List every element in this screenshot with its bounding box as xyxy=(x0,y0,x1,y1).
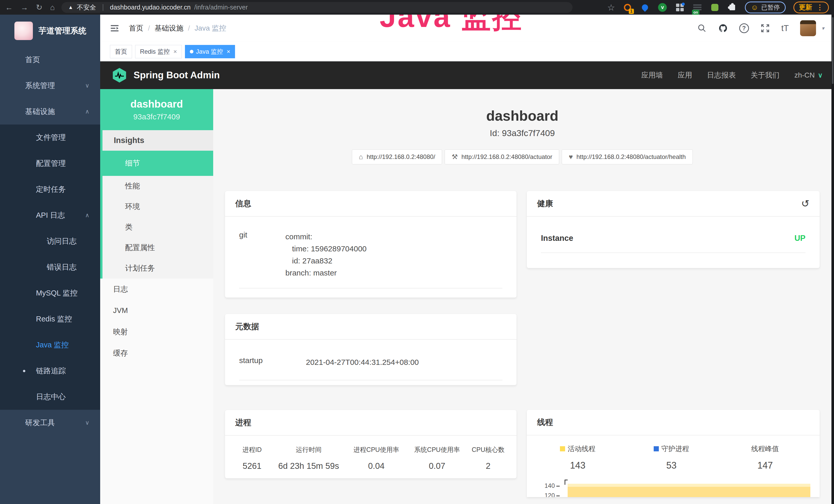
bookmark-star-icon[interactable]: ☆ xyxy=(607,3,615,12)
close-icon[interactable]: × xyxy=(173,48,177,55)
chevron-down-icon[interactable]: ▾ xyxy=(822,25,824,31)
sba-link-applications[interactable]: 应用 xyxy=(678,70,692,80)
sidebar-item-log-center[interactable]: 日志中心 xyxy=(0,384,100,410)
github-icon[interactable] xyxy=(718,23,728,33)
breadcrumb-separator: / xyxy=(188,24,190,32)
heart-icon: ♥ xyxy=(569,153,573,161)
endpoint-links: ⌂ http://192.168.0.2:48080/ ⚒ http://192… xyxy=(225,150,820,164)
app-logo[interactable]: 芋道管理系统 xyxy=(0,15,100,47)
extension-icon-leaf[interactable] xyxy=(710,3,720,12)
extension-icon-list[interactable]: on xyxy=(693,3,702,12)
sba-item-classes[interactable]: 类 xyxy=(103,217,213,237)
sba-item-logs[interactable]: 日志 xyxy=(100,279,213,300)
reload-icon[interactable]: ↻ xyxy=(36,4,42,11)
sidebar-item-mysql[interactable]: MySQL 监控 xyxy=(0,280,100,306)
sba-instance-id: 93a3fc7f7409 xyxy=(133,112,180,121)
not-secure-warning-icon: ▲ xyxy=(68,4,73,10)
sba-item-environment[interactable]: 环境 xyxy=(103,197,213,217)
process-header-system-cpu: 系统CPU使用率 xyxy=(407,445,467,454)
endpoint-home-link[interactable]: ⌂ http://192.168.0.2:48080/ xyxy=(352,150,442,164)
metadata-key: startup xyxy=(239,356,306,368)
sba-link-journal[interactable]: 日志报表 xyxy=(707,70,736,80)
endpoint-actuator-link[interactable]: ⚒ http://192.168.0.2:48080/actuator xyxy=(445,150,559,164)
sidebar-item-config-manage[interactable]: 配置管理 xyxy=(0,151,100,176)
tab-java-monitor[interactable]: Java 监控 × xyxy=(185,45,235,58)
legend-swatch-blue xyxy=(654,446,659,451)
log-icon xyxy=(20,211,28,220)
extension-icon-v[interactable]: v xyxy=(658,3,667,12)
tab-redis-monitor[interactable]: Redis 监控 × xyxy=(135,45,182,58)
home-icon[interactable]: ⌂ xyxy=(50,4,55,11)
search-icon[interactable] xyxy=(697,23,707,33)
back-icon[interactable]: ← xyxy=(5,4,13,11)
sidebar-item-scheduled-job[interactable]: 定时任务 xyxy=(0,176,100,202)
extensions-puzzle-icon[interactable] xyxy=(727,3,737,12)
info-card-title: 信息 xyxy=(235,198,251,209)
sba-instance-header[interactable]: dashboard 93a3fc7f7409 xyxy=(100,89,213,130)
sidebar-item-access-log[interactable]: 访问日志 xyxy=(0,228,100,254)
sidebar-item-java-monitor[interactable]: Java 监控 xyxy=(0,332,100,358)
sidebar-item-infra[interactable]: 基础设施 ∧ xyxy=(0,98,100,124)
user-avatar[interactable] xyxy=(800,20,816,36)
tab-home[interactable]: 首页 xyxy=(110,45,132,58)
legend-swatch-yellow xyxy=(560,446,565,451)
help-icon[interactable]: ? xyxy=(739,23,749,33)
sba-item-caches[interactable]: 缓存 xyxy=(100,343,213,364)
close-icon[interactable]: × xyxy=(226,48,230,55)
log-icon xyxy=(31,237,39,246)
sba-link-wallboard[interactable]: 应用墙 xyxy=(641,70,663,80)
breadcrumb-current: Java 监控 xyxy=(195,23,226,33)
address-bar[interactable]: ▲ 不安全 dashboard.yudao.iocoder.cn/infra/a… xyxy=(61,2,572,13)
sidebar-item-system[interactable]: 系统管理 ∨ xyxy=(0,73,100,98)
sidebar-item-home[interactable]: 首页 xyxy=(0,47,100,73)
sba-item-jvm[interactable]: JVM xyxy=(100,300,213,321)
breadcrumb-home[interactable]: 首页 xyxy=(129,23,143,33)
chevron-up-icon: ∧ xyxy=(85,212,89,219)
edit-icon xyxy=(20,393,28,401)
sba-item-scheduled-tasks[interactable]: 计划任务 xyxy=(103,258,213,279)
threads-card: 线程 活动线程 143 守护进程 xyxy=(527,410,820,497)
sba-main: dashboard Id: 93a3fc7f7409 ⌂ http://192.… xyxy=(213,89,834,504)
process-card: 进程 进程ID 运行时间 进程CPU使用率 系统CPU使用率 CPU核心数 xyxy=(225,410,517,478)
sba-brand[interactable]: Spring Boot Admin xyxy=(134,70,220,81)
history-icon[interactable]: ↺ xyxy=(801,199,809,208)
extension-icon-grid[interactable] xyxy=(675,3,685,12)
sba-link-about[interactable]: 关于我们 xyxy=(751,70,780,80)
hamburger-icon[interactable] xyxy=(110,23,120,33)
sidebar-item-redis[interactable]: Redis 监控 xyxy=(0,306,100,332)
sidebar-item-error-log[interactable]: 错误日志 xyxy=(0,254,100,280)
sba-item-details[interactable]: 细节 xyxy=(103,151,213,176)
extension-icon-pin[interactable] xyxy=(640,3,650,12)
fullscreen-icon[interactable] xyxy=(760,23,770,33)
sba-locale-select[interactable]: zh-CN ∨ xyxy=(794,71,823,79)
log-icon xyxy=(31,263,39,271)
sba-item-mappings[interactable]: 映射 xyxy=(100,321,213,343)
threads-legend: 活动线程 143 守护进程 53 xyxy=(531,444,812,471)
cloud-upload-icon xyxy=(20,134,28,142)
eye-icon xyxy=(20,367,28,375)
sidebar-item-tracing[interactable]: 链路追踪 xyxy=(0,358,100,384)
health-row-instance[interactable]: Instance UP xyxy=(541,224,806,253)
profile-paused-badge[interactable]: ☺ 已暂停 xyxy=(745,2,786,13)
process-value-uptime: 6d 23h 15m 59s xyxy=(271,461,346,471)
sidebar-item-api-log[interactable]: API 日志 ∧ xyxy=(0,202,100,228)
sba-sidebar: dashboard 93a3fc7f7409 Insights 细节 性能 环境… xyxy=(100,89,213,504)
browser-menu-icon[interactable]: ⋮ xyxy=(816,3,824,12)
forward-icon[interactable]: → xyxy=(21,4,28,11)
endpoint-health-link[interactable]: ♥ http://192.168.0.2:48080/actuator/heal… xyxy=(562,150,693,164)
sba-item-configprops[interactable]: 配置属性 xyxy=(103,237,213,258)
breadcrumb-separator: / xyxy=(148,24,150,32)
extension-icon-refresh[interactable]: 1 xyxy=(622,3,632,12)
metadata-card-title: 元数据 xyxy=(235,321,259,332)
instance-title: dashboard xyxy=(225,108,820,124)
sidebar-item-devtools[interactable]: 研发工具 ∨ xyxy=(0,410,100,436)
browser-update-button[interactable]: 更新 ⋮ xyxy=(793,2,829,13)
font-size-icon[interactable]: tT xyxy=(781,23,789,33)
breadcrumb-infra[interactable]: 基础设施 xyxy=(155,23,183,33)
legend-daemon-threads: 守护进程 53 xyxy=(625,444,719,471)
scrollbar[interactable] xyxy=(831,15,834,504)
url-host: dashboard.yudao.iocoder.cn xyxy=(110,4,191,11)
sidebar-item-file-manage[interactable]: 文件管理 xyxy=(0,124,100,151)
sba-item-metrics[interactable]: 性能 xyxy=(103,176,213,197)
monitor-icon xyxy=(20,341,28,349)
